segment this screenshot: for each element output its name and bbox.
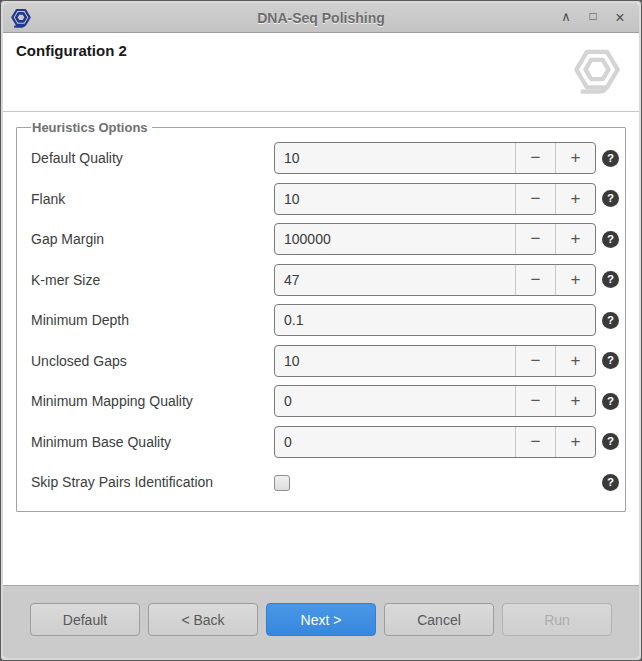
minimum-depth-field [274,304,596,336]
default-quality-input[interactable] [275,143,515,173]
back-button[interactable]: < Back [148,603,258,636]
minimum-base-quality-spinner: − + [274,426,596,458]
flank-input[interactable] [275,184,515,214]
wizard-header: Configuration 2 [3,33,639,112]
increment-button[interactable]: + [555,143,595,173]
kmer-size-input[interactable] [275,265,515,295]
decrement-button[interactable]: − [515,346,555,376]
decrement-button[interactable]: − [515,386,555,416]
decrement-button[interactable]: − [515,184,555,214]
help-icon[interactable]: ? [602,190,619,207]
minimum-base-quality-input[interactable] [275,427,515,457]
help-icon[interactable]: ? [602,393,619,410]
field-row-gap-margin: Gap Margin − + ? [31,219,619,260]
hexagon-logo [573,46,621,100]
window-title: DNA-Seq Polishing [3,10,639,26]
decrement-button[interactable]: − [515,265,555,295]
field-row-default-quality: Default Quality − + ? [31,138,619,179]
decrement-button[interactable]: − [515,224,555,254]
field-label: Flank [31,191,274,207]
kmer-size-spinner: − + [274,264,596,296]
field-label: Default Quality [31,150,274,166]
help-icon[interactable]: ? [602,474,619,491]
field-row-minimum-depth: Minimum Depth ? [31,300,619,341]
heuristics-options-group: Heuristics Options Default Quality − + ?… [16,120,626,512]
run-button[interactable]: Run [502,603,612,636]
next-button[interactable]: Next > [266,603,376,636]
maximize-window-icon[interactable]: □ [586,10,600,26]
field-row-flank: Flank − + ? [31,179,619,220]
default-quality-spinner: − + [274,142,596,174]
groupbox-title: Heuristics Options [31,120,152,135]
shade-window-icon[interactable]: ∧ [559,10,573,26]
gap-margin-input[interactable] [275,224,515,254]
field-label: K-mer Size [31,272,274,288]
help-icon[interactable]: ? [602,312,619,329]
dialog-body: Heuristics Options Default Quality − + ?… [3,112,639,585]
unclosed-gaps-spinner: − + [274,345,596,377]
increment-button[interactable]: + [555,427,595,457]
field-row-minimum-base-quality: Minimum Base Quality − + ? [31,422,619,463]
field-label: Gap Margin [31,231,274,247]
minimum-mapping-quality-input[interactable] [275,386,515,416]
help-icon[interactable]: ? [602,352,619,369]
help-icon[interactable]: ? [602,271,619,288]
decrement-button[interactable]: − [515,427,555,457]
dialog-window: DNA-Seq Polishing ∧ □ × Configuration 2 … [0,0,642,661]
unclosed-gaps-input[interactable] [275,346,515,376]
button-bar: Default < Back Next > Cancel Run [3,585,639,658]
default-button[interactable]: Default [30,603,140,636]
field-label: Minimum Base Quality [31,434,274,450]
help-icon[interactable]: ? [602,150,619,167]
page-title: Configuration 2 [16,42,127,59]
app-hexagon-icon [11,8,33,28]
help-icon[interactable]: ? [602,433,619,450]
help-icon[interactable]: ? [602,231,619,248]
minimum-mapping-quality-spinner: − + [274,385,596,417]
increment-button[interactable]: + [555,346,595,376]
increment-button[interactable]: + [555,224,595,254]
field-label: Minimum Depth [31,312,274,328]
skip-stray-pairs-checkbox[interactable] [274,475,290,491]
cancel-button[interactable]: Cancel [384,603,494,636]
close-window-icon[interactable]: × [613,10,627,26]
field-row-minimum-mapping-quality: Minimum Mapping Quality − + ? [31,381,619,422]
increment-button[interactable]: + [555,265,595,295]
field-label: Minimum Mapping Quality [31,393,274,409]
increment-button[interactable]: + [555,184,595,214]
field-label: Skip Stray Pairs Identification [31,474,274,490]
decrement-button[interactable]: − [515,143,555,173]
titlebar[interactable]: DNA-Seq Polishing ∧ □ × [3,3,639,33]
field-row-kmer-size: K-mer Size − + ? [31,260,619,301]
field-label: Unclosed Gaps [31,353,274,369]
field-row-unclosed-gaps: Unclosed Gaps − + ? [31,341,619,382]
increment-button[interactable]: + [555,386,595,416]
minimum-depth-input[interactable] [275,305,595,335]
flank-spinner: − + [274,183,596,215]
gap-margin-spinner: − + [274,223,596,255]
field-row-skip-stray-pairs: Skip Stray Pairs Identification ? [31,462,619,503]
